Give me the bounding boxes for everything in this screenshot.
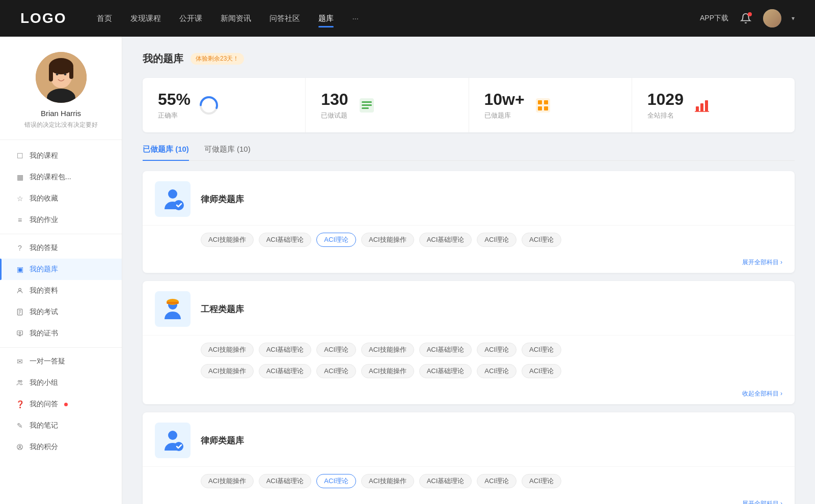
svg-point-36 [174, 201, 183, 210]
nav-news[interactable]: 新闻资讯 [221, 12, 251, 25]
tag-1-6[interactable]: ACI理论 [522, 233, 561, 247]
sidebar-item-homework[interactable]: ≡ 我的作业 [0, 209, 122, 231]
tag-2-5[interactable]: ACI理论 [477, 343, 517, 357]
tag-2-r2-6[interactable]: ACI理论 [522, 364, 561, 378]
sidebar-item-my-group[interactable]: 我的小组 [0, 372, 122, 394]
tag-3-1[interactable]: ACI基础理论 [259, 474, 312, 488]
question-bank-icon: ▣ [15, 265, 24, 274]
tag-2-r2-2[interactable]: ACI理论 [316, 364, 356, 378]
tag-1-1[interactable]: ACI基础理论 [259, 233, 312, 247]
sidebar-item-exam[interactable]: 我的考试 [0, 301, 122, 323]
trial-badge: 体验剩余23天！ [191, 53, 244, 65]
tag-2-3[interactable]: ACI技能操作 [361, 343, 414, 357]
avatar-image [763, 9, 781, 27]
nav-question-bank[interactable]: 题库 [318, 12, 334, 25]
svg-point-16 [20, 380, 22, 382]
bank-card-3-title: 律师类题库 [201, 435, 244, 446]
svg-rect-22 [362, 101, 372, 103]
tag-1-0[interactable]: ACI技能操作 [201, 233, 254, 247]
svg-rect-31 [700, 103, 703, 111]
app-download-button[interactable]: APP下载 [700, 14, 728, 23]
tag-2-r2-0[interactable]: ACI技能操作 [201, 364, 254, 378]
user-avatar[interactable] [763, 9, 781, 27]
tag-3-6[interactable]: ACI理论 [522, 474, 561, 488]
homework-icon: ≡ [15, 215, 24, 225]
tag-2-r2-5[interactable]: ACI理论 [477, 364, 517, 378]
tag-2-4[interactable]: ACI基础理论 [419, 343, 472, 357]
tag-3-4[interactable]: ACI基础理论 [419, 474, 472, 488]
nav-home[interactable]: 首页 [97, 12, 112, 25]
question-badge [64, 403, 68, 406]
bank-icon-engineer [155, 291, 191, 327]
stat-accuracy-number: 55% [158, 90, 191, 109]
tag-3-2[interactable]: ACI理论 [316, 474, 356, 488]
stat-done-banks: 10w+ 已做题库 [469, 78, 632, 132]
svg-point-18 [19, 445, 21, 447]
bank-card-2-collapse[interactable]: 收起全部科目 › [143, 385, 795, 404]
tag-2-r2-1[interactable]: ACI基础理论 [259, 364, 312, 378]
main-layout: Brian Harris 错误的决定比没有决定要好 ☐ 我的课程 ▦ 我的课程包… [0, 37, 815, 504]
bank-card-3-header: 律师类题库 [143, 412, 795, 467]
navbar-logo: LOGO [20, 10, 66, 26]
sidebar-divider-2 [0, 347, 122, 348]
tag-1-4[interactable]: ACI基础理论 [419, 233, 472, 247]
bank-icon-lawyer-1 [155, 181, 191, 217]
sidebar-item-qa[interactable]: ? 我的答疑 [0, 237, 122, 259]
tag-2-2[interactable]: ACI理论 [316, 343, 356, 357]
tag-1-5[interactable]: ACI理论 [477, 233, 517, 247]
tag-2-1[interactable]: ACI基础理论 [259, 343, 312, 357]
exam-icon [15, 307, 24, 317]
nav-more[interactable]: ··· [352, 12, 359, 25]
stat-done-questions-number: 130 [321, 90, 348, 109]
nav-qa[interactable]: 问答社区 [269, 12, 300, 25]
svg-point-41 [174, 442, 183, 451]
tag-3-0[interactable]: ACI技能操作 [201, 474, 254, 488]
tag-1-2[interactable]: ACI理论 [316, 233, 356, 247]
stat-accuracy-label: 正确率 [158, 111, 191, 120]
svg-point-15 [18, 380, 20, 382]
tag-2-6[interactable]: ACI理论 [522, 343, 561, 357]
stat-ranking: 1029 全站排名 [632, 78, 795, 132]
certificate-icon [15, 329, 24, 338]
notification-bell[interactable] [739, 11, 753, 25]
nav-open-course[interactable]: 公开课 [179, 12, 202, 25]
tag-3-3[interactable]: ACI技能操作 [361, 474, 414, 488]
user-menu-chevron[interactable]: ▾ [792, 15, 795, 22]
svg-point-14 [19, 332, 21, 334]
svg-rect-25 [536, 98, 550, 113]
sidebar-motto: 错误的决定比没有决定要好 [24, 121, 98, 129]
accuracy-chart-icon [199, 95, 219, 116]
tag-2-r2-3[interactable]: ACI技能操作 [361, 364, 414, 378]
bank-card-3-expand[interactable]: 展开全部科目 › [143, 495, 795, 504]
sidebar-item-notes[interactable]: ✎ 我的笔记 [0, 415, 122, 436]
tag-2-r2-4[interactable]: ACI基础理论 [419, 364, 472, 378]
sidebar-item-my-courses[interactable]: ☐ 我的课程 [0, 145, 122, 166]
sidebar-menu: ☐ 我的课程 ▦ 我的课程包... ☆ 我的收藏 ≡ 我的作业 ? 我的答疑 ▣ [0, 145, 122, 458]
sidebar-item-certificate[interactable]: 我的证书 [0, 323, 122, 344]
tag-3-5[interactable]: ACI理论 [477, 474, 517, 488]
sidebar-item-points[interactable]: 我的积分 [0, 436, 122, 458]
bank-card-2-header: 工程类题库 [143, 281, 795, 335]
sidebar-item-favorites[interactable]: ☆ 我的收藏 [0, 188, 122, 209]
tab-done-banks[interactable]: 已做题库 (10) [143, 145, 189, 160]
stat-ranking-label: 全站排名 [647, 111, 684, 120]
sidebar-item-course-packages[interactable]: ▦ 我的课程包... [0, 166, 122, 188]
stat-accuracy: 55% 正确率 [143, 78, 306, 132]
bank-icon-lawyer-2 [155, 423, 191, 458]
tag-2-0[interactable]: ACI技能操作 [201, 343, 254, 357]
tag-1-3[interactable]: ACI技能操作 [361, 233, 414, 247]
stat-done-banks-number: 10w+ [484, 90, 525, 109]
bank-card-1-title: 律师类题库 [201, 193, 244, 205]
sidebar-user-name: Brian Harris [41, 109, 81, 118]
sidebar-item-one-on-one[interactable]: ✉ 一对一答疑 [0, 351, 122, 372]
stat-done-questions-label: 已做试题 [321, 111, 348, 120]
sidebar-item-profile[interactable]: 我的资料 [0, 280, 122, 301]
svg-rect-39 [167, 302, 179, 304]
svg-point-34 [168, 189, 177, 199]
nav-discover[interactable]: 发现课程 [130, 12, 161, 25]
tab-available-banks[interactable]: 可做题库 (10) [204, 145, 251, 160]
bank-card-1-expand[interactable]: 展开全部科目 › [143, 254, 795, 273]
svg-rect-23 [362, 104, 372, 106]
sidebar-item-question-bank[interactable]: ▣ 我的题库 [0, 259, 122, 280]
sidebar-item-my-questions[interactable]: ❓ 我的问答 [0, 394, 122, 415]
